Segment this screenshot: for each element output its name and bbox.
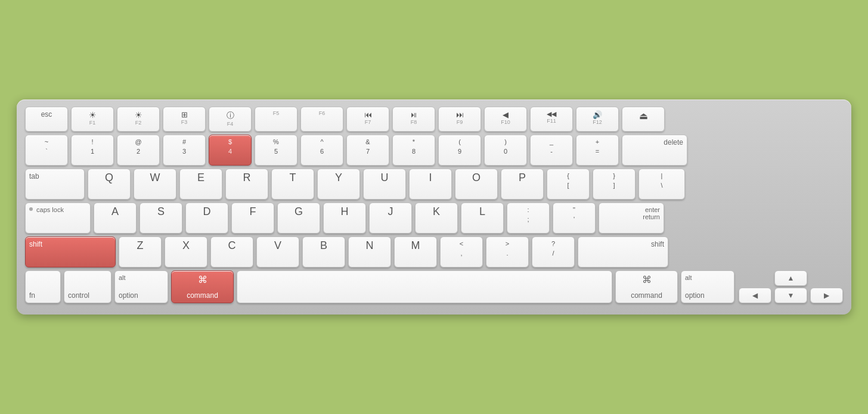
key-quote[interactable]: " ' [553, 203, 596, 234]
key-eject[interactable]: ⏏ [622, 107, 665, 132]
key-arrow-down[interactable]: ▼ [774, 288, 807, 303]
key-l[interactable]: L [461, 203, 504, 234]
key-h[interactable]: H [323, 203, 366, 234]
key-semicolon[interactable]: : ; [507, 203, 550, 234]
key-shift-left[interactable]: shift [25, 236, 116, 267]
key-f8[interactable]: ⏯ F8 [392, 107, 435, 132]
key-tab[interactable]: tab [25, 169, 85, 200]
key-esc[interactable]: esc [25, 107, 68, 132]
key-slash[interactable]: ? / [532, 236, 575, 267]
key-option-left[interactable]: alt option [114, 270, 168, 303]
key-delete[interactable]: delete [622, 135, 687, 166]
key-shift-right[interactable]: shift [578, 236, 668, 267]
key-f2[interactable]: ☀ F2 [117, 107, 160, 132]
key-5[interactable]: % 5 [255, 135, 297, 166]
key-control[interactable]: control [64, 270, 111, 303]
key-q[interactable]: Q [88, 169, 131, 200]
key-period[interactable]: > . [486, 236, 529, 267]
key-f10[interactable]: ◀ F10 [484, 107, 527, 132]
key-4[interactable]: $ 4 [209, 135, 252, 166]
key-o[interactable]: O [455, 169, 498, 200]
key-i[interactable]: I [409, 169, 452, 200]
key-8[interactable]: * 8 [392, 135, 435, 166]
key-backslash[interactable]: | \ [638, 169, 685, 200]
key-f7[interactable]: ⏮ F7 [346, 107, 389, 132]
key-minus[interactable]: _ - [530, 135, 573, 166]
key-g[interactable]: G [277, 203, 320, 234]
key-f[interactable]: F [231, 203, 274, 234]
key-f6[interactable]: F6 [300, 107, 343, 132]
key-e[interactable]: E [179, 169, 222, 200]
key-a[interactable]: A [94, 203, 137, 234]
key-f9[interactable]: ⏭ F9 [438, 107, 481, 132]
key-equals[interactable]: + = [576, 135, 619, 166]
key-f3[interactable]: ⊞ F3 [163, 107, 206, 132]
key-b[interactable]: B [302, 236, 345, 267]
key-n[interactable]: N [348, 236, 391, 267]
key-caps-lock[interactable]: caps lock [25, 203, 91, 234]
key-f5[interactable]: F5 [255, 107, 297, 132]
key-command-right[interactable]: ⌘ command [615, 270, 678, 303]
key-y[interactable]: Y [317, 169, 360, 200]
key-7[interactable]: & 7 [346, 135, 389, 166]
key-c[interactable]: C [210, 236, 253, 267]
key-command-left[interactable]: ⌘ command [171, 270, 234, 303]
keyboard: esc ☀ F1 ☀ F2 ⊞ F3 ⓘ F4 [17, 99, 851, 315]
key-f4[interactable]: ⓘ F4 [209, 107, 252, 132]
key-d[interactable]: D [185, 203, 228, 234]
key-j[interactable]: J [369, 203, 412, 234]
key-option-right[interactable]: alt option [681, 270, 734, 303]
key-v[interactable]: V [256, 236, 299, 267]
key-open-bracket[interactable]: { [ [547, 169, 590, 200]
key-2[interactable]: @ 2 [117, 135, 160, 166]
key-fn[interactable]: fn [25, 270, 61, 303]
key-return[interactable]: enter return [599, 203, 664, 234]
key-m[interactable]: M [394, 236, 437, 267]
key-k[interactable]: K [415, 203, 458, 234]
key-1[interactable]: ! 1 [71, 135, 114, 166]
key-x[interactable]: X [165, 236, 207, 267]
key-tilde[interactable]: ~ ` [25, 135, 68, 166]
key-9[interactable]: ( 9 [438, 135, 481, 166]
key-w[interactable]: W [134, 169, 176, 200]
key-z[interactable]: Z [119, 236, 162, 267]
key-p[interactable]: P [501, 169, 544, 200]
key-arrow-right[interactable]: ▶ [810, 288, 843, 303]
key-f1[interactable]: ☀ F1 [71, 107, 114, 132]
key-close-bracket[interactable]: } ] [593, 169, 636, 200]
key-comma[interactable]: < , [440, 236, 483, 267]
key-r[interactable]: R [225, 169, 268, 200]
key-f12[interactable]: 🔊 F12 [576, 107, 619, 132]
key-0[interactable]: ) 0 [484, 135, 527, 166]
key-s[interactable]: S [140, 203, 182, 234]
key-arrow-left[interactable]: ◀ [739, 288, 771, 303]
key-f11[interactable]: ◀◀ F11 [530, 107, 573, 132]
key-t[interactable]: T [271, 169, 314, 200]
key-space[interactable] [237, 270, 612, 303]
key-u[interactable]: U [363, 169, 406, 200]
key-3[interactable]: # 3 [163, 135, 206, 166]
key-arrow-up[interactable]: ▲ [774, 270, 807, 286]
key-6[interactable]: ^ 6 [300, 135, 343, 166]
